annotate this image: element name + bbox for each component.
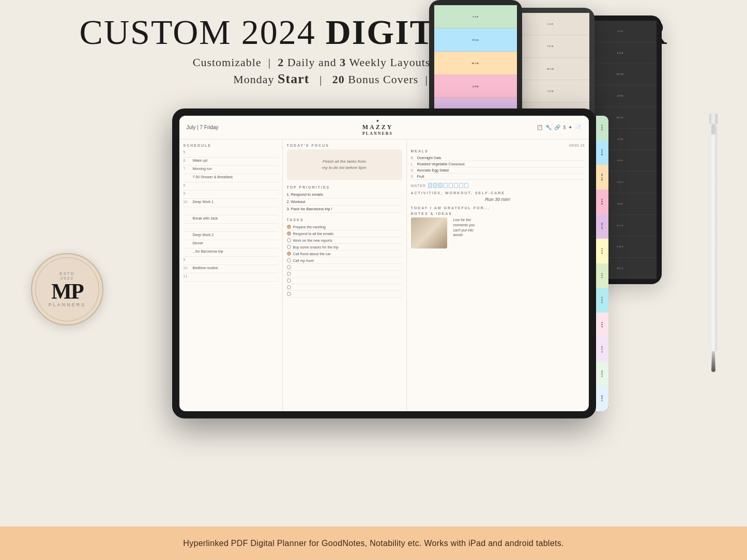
task-text: Call my mum bbox=[293, 259, 314, 262]
water-cup-5 bbox=[449, 183, 453, 188]
task-checkbox[interactable] bbox=[287, 245, 291, 249]
water-cup-1 bbox=[428, 183, 432, 188]
grateful-label: TODAY I AM GRATEFUL FOR... bbox=[411, 206, 585, 210]
activity-text: Run 30 min! bbox=[411, 197, 585, 202]
task-checkbox[interactable] bbox=[287, 225, 291, 229]
task-checkbox[interactable] bbox=[287, 292, 291, 296]
water-section: WATER bbox=[411, 183, 585, 188]
meals-list: B Overnight Oats L Roasted Vegetable Cou… bbox=[411, 155, 585, 180]
priorities-label: TOP PRIORITIES bbox=[287, 185, 402, 189]
svg-point-3 bbox=[425, 229, 433, 237]
task-checkbox[interactable] bbox=[287, 285, 291, 289]
schedule-row bbox=[184, 224, 278, 232]
svg-rect-4 bbox=[416, 220, 442, 222]
svg-point-1 bbox=[419, 226, 439, 245]
clipboard-icon: 📋 bbox=[537, 125, 543, 130]
schedule-row: 10 Bedtime routine bbox=[184, 265, 278, 273]
schedule-row: 6 Wake up! bbox=[184, 158, 278, 166]
meal-row: B Overnight Oats bbox=[411, 155, 585, 161]
water-cup-7 bbox=[459, 183, 463, 188]
water-cup-3 bbox=[438, 183, 443, 188]
task-item bbox=[287, 277, 402, 284]
water-cup-6 bbox=[454, 183, 458, 188]
water-label: WATER bbox=[411, 184, 426, 188]
task-text: Call Romi about the car bbox=[293, 252, 331, 256]
task-item: Buy some snacks for the trip bbox=[287, 244, 402, 251]
task-item: Respond to all the emails bbox=[287, 230, 402, 237]
meal-row: S Fruit bbox=[411, 174, 585, 180]
task-checkbox[interactable] bbox=[287, 278, 291, 283]
notes-quote: Live for themoments youcan't put intowor… bbox=[453, 217, 475, 248]
task-item bbox=[287, 271, 402, 277]
priority-item: 1. Respond to emails bbox=[287, 191, 402, 198]
schedule-row: Deep Work 2 bbox=[184, 232, 278, 240]
activity-label: ACTIVITIES, WORKOUT, SELF-CARE bbox=[411, 191, 585, 195]
meals-panel: WEEK 23 MEALS B Overnight Oats L Roasted… bbox=[407, 139, 589, 411]
task-checkbox[interactable] bbox=[287, 258, 291, 262]
meal-row: D Avocado Egg Salad bbox=[411, 167, 585, 174]
footer-text: Hyperlinked PDF Digital Planner for Good… bbox=[183, 539, 563, 548]
water-cup-2 bbox=[433, 183, 437, 188]
focus-text: Finish all the tasks frommy to-do list b… bbox=[322, 159, 367, 171]
share-icon: 🔗 bbox=[554, 125, 560, 130]
schedule-row: ...for Barcelona trip bbox=[184, 248, 278, 257]
priorities-list: 1. Respond to emails 2. Workout 3. Pack … bbox=[287, 191, 402, 213]
task-item bbox=[287, 284, 402, 291]
schedule-row: 9 bbox=[184, 257, 278, 265]
task-item bbox=[287, 264, 402, 271]
dollar-icon: $ bbox=[563, 125, 566, 130]
tasks-list: Prepare the meeting Respond to all the e… bbox=[287, 224, 402, 298]
star-icon: ✦ bbox=[568, 125, 572, 130]
main-tablet: July | 7 Friday ✦ MAZZY PLANNERS 📋 🔧 🔗 $… bbox=[172, 108, 596, 418]
task-text: Work on the new reports bbox=[293, 239, 332, 242]
schedule-row: 10 Deep Work 1 bbox=[184, 199, 278, 207]
logo-ring bbox=[35, 257, 99, 321]
task-checkbox[interactable] bbox=[287, 272, 291, 276]
task-checkbox[interactable] bbox=[287, 238, 291, 242]
schedule-row: 7 Morning run bbox=[184, 166, 278, 174]
water-cup-8 bbox=[464, 183, 468, 188]
pencil-cap bbox=[709, 114, 718, 124]
toolbar-icons: 📋 🔧 🔗 $ ✦ 📄 bbox=[537, 125, 581, 130]
priority-item: 3. Pack for Barcelona trip ! bbox=[287, 206, 402, 213]
tools-icon: 🔧 bbox=[545, 125, 552, 130]
water-cups bbox=[428, 183, 468, 188]
schedule-panel: SCHEDULE 5 6 Wake up! 7 Morning run 7: bbox=[179, 139, 283, 411]
pencil-body bbox=[710, 124, 717, 351]
pencil-tip bbox=[711, 351, 715, 372]
schedule-row: 7:30 Shower & Breakfast bbox=[184, 174, 278, 182]
brand-name: ✦ MAZZY PLANNERS bbox=[362, 119, 393, 136]
svg-point-2 bbox=[421, 227, 437, 241]
task-text: Buy some snacks for the trip bbox=[293, 245, 339, 249]
focus-label: TODAY'S FOCUS bbox=[287, 144, 402, 147]
task-checkbox[interactable] bbox=[287, 252, 291, 256]
meals-label: MEALS bbox=[411, 149, 585, 153]
notes-label: NOTES & IDEAS bbox=[411, 212, 585, 215]
tablet-topbar: July | 7 Friday ✦ MAZZY PLANNERS 📋 🔧 🔗 $… bbox=[179, 116, 589, 139]
notes-section: NOTES & IDEAS bbox=[411, 212, 585, 248]
task-text: Prepare the meeting bbox=[293, 225, 326, 229]
notes-image bbox=[411, 217, 447, 248]
apple-pencil bbox=[709, 114, 718, 372]
doc-icon: 📄 bbox=[575, 125, 581, 130]
schedule-row: 11 bbox=[184, 273, 278, 282]
meal-row: L Roasted Vegetable Couscous bbox=[411, 161, 585, 167]
task-item: Work on the new reports bbox=[287, 237, 402, 244]
schedule-row: Break with Jack bbox=[184, 215, 278, 224]
tablet-date: July | 7 Friday bbox=[187, 125, 219, 130]
water-cup-4 bbox=[444, 183, 448, 188]
brand-logo: ESTD 2022 MP PLANNERS bbox=[31, 253, 103, 325]
priority-item: 2. Workout bbox=[287, 198, 402, 206]
task-text: Respond to all the emails bbox=[293, 232, 334, 236]
task-item: Call my mum bbox=[287, 257, 402, 264]
footer-bar: Hyperlinked PDF Digital Planner for Good… bbox=[0, 526, 747, 560]
title-regular: CUSTOM 2024 bbox=[80, 12, 326, 52]
schedule-row: 5 bbox=[184, 149, 278, 158]
task-item: Prepare the meeting bbox=[287, 224, 402, 230]
task-checkbox[interactable] bbox=[287, 265, 291, 269]
task-checkbox[interactable] bbox=[287, 231, 291, 236]
schedule-label: SCHEDULE bbox=[184, 144, 278, 147]
focus-box: Finish all the tasks frommy to-do list b… bbox=[287, 149, 402, 180]
schedule-row bbox=[184, 207, 278, 215]
week-label: WEEK 23 bbox=[411, 144, 585, 147]
